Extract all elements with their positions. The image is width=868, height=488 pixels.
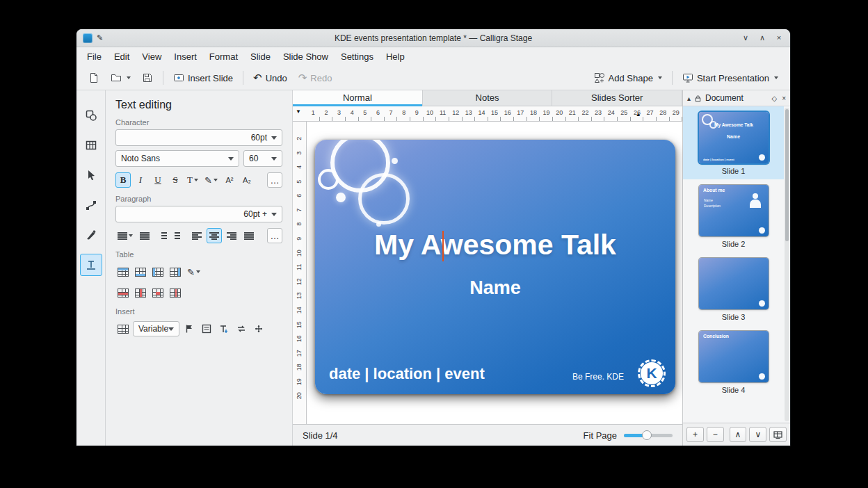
menubar: FileEditViewInsertFormatSlideSlide ShowS… — [77, 47, 790, 66]
ruler-number: 26 — [631, 106, 644, 121]
insert-column-left-button[interactable] — [150, 264, 166, 279]
smart-insert-button[interactable] — [251, 321, 266, 336]
slide-thumbnail-label: Slide 4 — [722, 386, 746, 394]
menu-item-settings[interactable]: Settings — [335, 49, 380, 65]
subscript-button[interactable]: A₂ — [239, 172, 255, 188]
highlight-color-button[interactable]: ✎ — [202, 172, 220, 188]
scrollbar-thumb[interactable] — [785, 109, 789, 241]
menu-item-help[interactable]: Help — [380, 49, 411, 65]
slide-canvas[interactable]: My Awesome Talk Name date | location | e… — [307, 122, 682, 424]
slide-master-button[interactable] — [769, 427, 787, 442]
slide-title-textbox[interactable]: My Awesome Talk — [315, 229, 675, 261]
slide-thumbnail-slide-1[interactable]: My Awesome TalkNamedate | location | eve… — [683, 106, 784, 179]
menu-item-slide[interactable]: Slide — [244, 49, 277, 65]
undo-button[interactable]: ↶ Undo — [248, 70, 292, 86]
font-size-dropdown[interactable]: 60 — [243, 150, 282, 167]
collapse-icon[interactable]: ▴ — [687, 95, 691, 102]
start-presentation-button[interactable]: Start Presentation — [677, 70, 783, 86]
tab-normal[interactable]: Normal — [293, 90, 423, 106]
close-docker-button[interactable]: × — [782, 95, 786, 102]
table-border-pen-button[interactable]: ✎ — [185, 264, 202, 279]
tab-notes[interactable]: Notes — [423, 90, 553, 106]
more-character-options-button[interactable]: … — [267, 172, 282, 188]
change-direction-button[interactable] — [234, 321, 249, 336]
section-button[interactable] — [199, 321, 214, 336]
delete-row-button[interactable] — [115, 285, 131, 300]
variable-dropdown[interactable]: Variable — [133, 321, 179, 336]
menu-item-insert[interactable]: Insert — [168, 49, 203, 65]
delete-column-button[interactable] — [133, 285, 148, 300]
slide-tagline: Be Free. KDE — [572, 372, 624, 382]
delete-slide-button[interactable]: − — [707, 427, 724, 442]
split-cells-button[interactable] — [168, 285, 183, 300]
slide-subtitle-textbox[interactable]: Name — [315, 277, 675, 299]
ruler-vertical[interactable]: 234567891011121314151617181920 — [293, 122, 307, 424]
align-center-button[interactable] — [207, 228, 222, 243]
align-right-button[interactable] — [224, 228, 239, 243]
insert-slide-button[interactable]: Insert Slide — [168, 70, 238, 86]
zoom-slider-thumb[interactable] — [642, 430, 652, 440]
slide-footer-textbox[interactable]: date | location | event — [329, 365, 485, 383]
underline-button[interactable]: U — [150, 172, 166, 188]
insert-row-above-button[interactable] — [115, 264, 131, 279]
basic-shapes-tool[interactable] — [80, 104, 102, 127]
open-document-icon — [111, 72, 122, 83]
bookmark-button[interactable] — [182, 321, 197, 336]
merge-cells-button[interactable] — [150, 285, 166, 300]
redo-button[interactable]: ↷ Redo — [294, 70, 337, 86]
slide-thumbnail-slide-4[interactable]: ConclusionSlide 4 — [683, 325, 784, 398]
ruler-number: 28 — [657, 106, 670, 121]
menu-item-slide-show[interactable]: Slide Show — [277, 49, 335, 65]
menu-item-format[interactable]: Format — [203, 49, 244, 65]
float-docker-button[interactable]: ◇ — [771, 95, 777, 102]
character-style-dropdown[interactable]: 60pt — [115, 129, 282, 146]
slide-thumbnail-slide-3[interactable]: Slide 3 — [683, 252, 784, 325]
decrease-indent-button[interactable] — [154, 228, 170, 243]
superscript-button[interactable]: A² — [222, 172, 237, 188]
menu-item-edit[interactable]: Edit — [108, 49, 136, 65]
titlebar[interactable]: ✎ KDE events presentation template * — C… — [77, 29, 790, 47]
change-case-button[interactable]: T — [185, 172, 200, 188]
more-paragraph-options-button[interactable]: … — [267, 228, 282, 243]
zoom-slider[interactable] — [624, 430, 673, 440]
move-slide-up-button[interactable]: ∧ — [730, 427, 747, 442]
app-icon — [83, 33, 93, 43]
keep-above-button[interactable]: ∧ — [757, 33, 767, 42]
text-tool[interactable] — [80, 254, 102, 276]
insert-row-below-button[interactable] — [133, 264, 148, 279]
ruler-horizontal[interactable]: ▼ ▲ 123456789101112131415161718192021222… — [293, 106, 682, 122]
shade-button[interactable]: ∨ — [741, 33, 750, 42]
selection-tool[interactable] — [80, 164, 102, 186]
ruler-number: 13 — [292, 289, 307, 302]
slide-page[interactable]: My Awesome Talk Name date | location | e… — [315, 140, 675, 394]
add-slide-button[interactable]: + — [686, 427, 704, 442]
open-document-button[interactable] — [106, 70, 136, 86]
merge-cells-icon — [152, 288, 163, 298]
strikethrough-button[interactable]: S — [168, 172, 183, 188]
bold-button[interactable]: B — [115, 172, 131, 188]
menu-item-view[interactable]: View — [136, 49, 168, 65]
align-justify-button[interactable] — [241, 228, 257, 243]
slide-thumbnail-slide-2[interactable]: About meNameDescriptionSlide 2 — [683, 179, 784, 252]
insert-table-button[interactable] — [115, 321, 131, 336]
connection-tool[interactable] — [80, 194, 102, 216]
paragraph-style-dropdown[interactable]: 60pt + — [115, 206, 282, 222]
list-style-button[interactable] — [115, 228, 135, 243]
special-character-button[interactable] — [216, 321, 232, 336]
italic-button[interactable]: I — [133, 172, 148, 188]
line-spacing-button[interactable] — [137, 228, 152, 243]
font-family-dropdown[interactable]: Noto Sans — [115, 150, 239, 167]
align-left-button[interactable] — [189, 228, 204, 243]
new-document-button[interactable] — [83, 70, 104, 86]
menu-item-file[interactable]: File — [81, 49, 108, 65]
scrollbar[interactable] — [785, 108, 789, 421]
move-slide-down-button[interactable]: ∨ — [749, 427, 766, 442]
tab-slides-sorter[interactable]: Slides Sorter — [552, 90, 682, 106]
save-button[interactable] — [137, 70, 158, 86]
insert-column-right-button[interactable] — [168, 264, 183, 279]
close-button[interactable]: × — [774, 33, 784, 42]
freehand-path-tool[interactable] — [80, 224, 102, 246]
add-shape-button[interactable]: Add Shape — [589, 70, 667, 86]
table-tool[interactable] — [80, 134, 102, 156]
increase-indent-button[interactable] — [172, 228, 187, 243]
